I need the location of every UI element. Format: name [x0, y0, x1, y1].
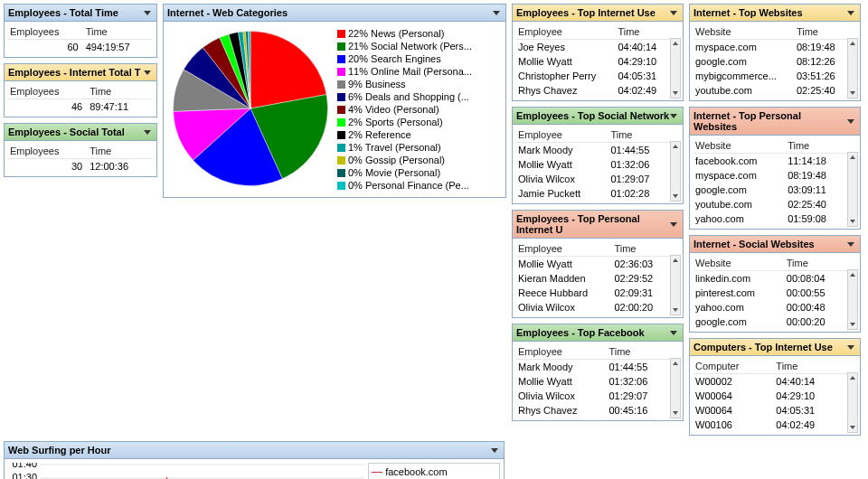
- table-row: W0006404:29:10: [693, 389, 847, 403]
- scrollbar[interactable]: [847, 372, 858, 433]
- legend-label: 4% Video (Personal): [348, 103, 439, 116]
- panel-total-time: Employees - Total Time EmployeesTime6049…: [4, 4, 157, 58]
- table-row: youtube.com02:25:40: [693, 197, 847, 211]
- chevron-down-icon[interactable]: [144, 70, 151, 75]
- legend-label: 0% Movie (Personal): [348, 166, 440, 179]
- scroll-down-icon[interactable]: [848, 320, 857, 329]
- scroll-up-icon[interactable]: [671, 142, 680, 151]
- chevron-down-icon[interactable]: [847, 119, 854, 124]
- table-row: google.com08:12:26: [693, 54, 847, 69]
- legend-swatch: [337, 106, 345, 114]
- panel-internet-total: Employees - Internet Total T EmployeesTi…: [4, 63, 157, 117]
- table-row: facebook.com11:14:18: [693, 154, 847, 169]
- pie-chart: [169, 27, 332, 190]
- scrollbar[interactable]: [847, 269, 858, 330]
- scrollbar[interactable]: [670, 255, 681, 315]
- table-row: W0010604:02:49: [693, 418, 847, 432]
- scroll-up-icon[interactable]: [671, 256, 680, 265]
- table-row: myspace.com08:19:48: [693, 40, 847, 55]
- legend-swatch: [337, 118, 345, 127]
- scroll-up-icon[interactable]: [671, 359, 680, 368]
- chevron-down-icon[interactable]: [670, 331, 677, 335]
- panel-title: Internet - Web Categories: [167, 7, 288, 18]
- legend-label: 2% Reference: [348, 128, 411, 141]
- chevron-down-icon[interactable]: [493, 11, 500, 15]
- legend-swatch: [337, 30, 345, 38]
- scroll-up-icon[interactable]: [848, 39, 857, 48]
- scrollbar[interactable]: [670, 38, 681, 99]
- scroll-down-icon[interactable]: [671, 192, 680, 201]
- table-row: Rhys Chavez00:45:16: [516, 403, 670, 418]
- chevron-down-icon[interactable]: [144, 130, 151, 135]
- legend-label: 22% News (Personal): [348, 27, 444, 40]
- legend-label: 6% Deals and Shopping (...: [348, 90, 469, 103]
- legend-label: 11% Online Mail (Persona...: [348, 65, 472, 78]
- chevron-down-icon[interactable]: [144, 11, 151, 15]
- panel-title: Employees - Social Total: [8, 127, 125, 137]
- table-row: Mark Moody01:44:55: [516, 360, 670, 375]
- legend-swatch: [337, 80, 345, 89]
- chevron-down-icon[interactable]: [847, 345, 854, 350]
- legend-swatch: [337, 131, 345, 139]
- chevron-down-icon[interactable]: [670, 222, 677, 227]
- panel-title: Employees - Top Social Network: [516, 110, 669, 121]
- table-row: Kieran Madden02:29:52: [516, 271, 670, 286]
- table-row: Rhys Chavez04:02:49: [516, 83, 670, 98]
- panel-employees-top-internet-use: Employees - Top Internet Use EmployeeTim…: [512, 4, 684, 101]
- legend-dash: [372, 472, 382, 473]
- table-row: Olivia Wilcox01:29:07: [516, 389, 670, 403]
- scroll-down-icon[interactable]: [848, 89, 857, 98]
- legend-label: 2% Sports (Personal): [348, 116, 443, 128]
- scroll-down-icon[interactable]: [671, 305, 680, 315]
- legend-label: 21% Social Network (Pers...: [348, 40, 472, 52]
- legend-label: 1% Travel (Personal): [348, 141, 441, 154]
- table-row: Mollie Wyatt02:36:03: [516, 257, 670, 272]
- scroll-up-icon[interactable]: [848, 153, 857, 162]
- table-row: Mollie Wyatt01:32:06: [516, 374, 670, 389]
- panel-internet-top-websites: Internet - Top Websites WebsiteTimemyspa…: [689, 4, 861, 101]
- scrollbar[interactable]: [847, 38, 858, 99]
- chevron-down-icon[interactable]: [670, 114, 677, 118]
- scroll-up-icon[interactable]: [848, 270, 857, 279]
- table-row: google.com03:09:11: [693, 183, 847, 197]
- legend-swatch: [337, 156, 345, 164]
- panel-employees-top-social-network: Employees - Top Social Network EmployeeT…: [512, 107, 684, 204]
- table-row: mybigcommerce...03:51:26: [693, 69, 847, 83]
- scrollbar[interactable]: [670, 141, 681, 202]
- chevron-down-icon[interactable]: [491, 448, 498, 453]
- panel-web-categories: Internet - Web Categories 22% News (Pers…: [163, 4, 506, 198]
- scroll-up-icon[interactable]: [671, 39, 680, 48]
- table-row: google.com00:00:20: [693, 315, 847, 329]
- scrollbar[interactable]: [670, 358, 681, 418]
- scrollbar[interactable]: [847, 152, 858, 227]
- scroll-down-icon[interactable]: [848, 423, 857, 432]
- line-legend: facebook.commyspace.comgoogle.commybigco…: [368, 463, 500, 479]
- panel-title: Internet - Top Personal Websites: [693, 110, 847, 132]
- svg-text:01:30: 01:30: [12, 472, 37, 479]
- chevron-down-icon[interactable]: [847, 242, 854, 247]
- table-row: W0000204:40:14: [693, 374, 847, 390]
- panel-internet-social-websites: Internet - Social Websites WebsiteTimeli…: [689, 235, 861, 333]
- scroll-down-icon[interactable]: [671, 409, 680, 418]
- table-row: Olivia Wilcox02:00:20: [516, 300, 670, 315]
- scroll-up-icon[interactable]: [848, 373, 857, 382]
- table-row: yahoo.com00:00:48: [693, 300, 847, 315]
- legend-swatch: [337, 144, 345, 152]
- table-row: Christopher Perry04:05:31: [516, 69, 670, 83]
- panel-employees-top-facebook: Employees - Top Facebook EmployeeTimeMar…: [512, 324, 684, 421]
- chevron-down-icon[interactable]: [847, 11, 854, 15]
- pie-legend: 22% News (Personal)21% Social Network (P…: [337, 27, 472, 192]
- legend-label: 9% Business: [348, 78, 406, 90]
- panel-title: Internet - Social Websites: [693, 239, 815, 249]
- table-row: myspace.com08:19:48: [693, 168, 847, 183]
- table-row: W0006404:05:31: [693, 403, 847, 418]
- panel-title: Employees - Total Time: [8, 7, 118, 18]
- panel-internet-top-personal-websites: Internet - Top Personal Websites Website…: [689, 107, 861, 230]
- scroll-down-icon[interactable]: [671, 89, 680, 98]
- chevron-down-icon[interactable]: [670, 11, 677, 15]
- table-row: Olivia Wilcox01:29:07: [516, 172, 670, 186]
- legend-swatch: [337, 182, 345, 190]
- panel-title: Employees - Top Personal Internet U: [516, 213, 670, 235]
- scroll-down-icon[interactable]: [848, 217, 857, 226]
- panel-title: Computers - Top Internet Use: [693, 342, 833, 352]
